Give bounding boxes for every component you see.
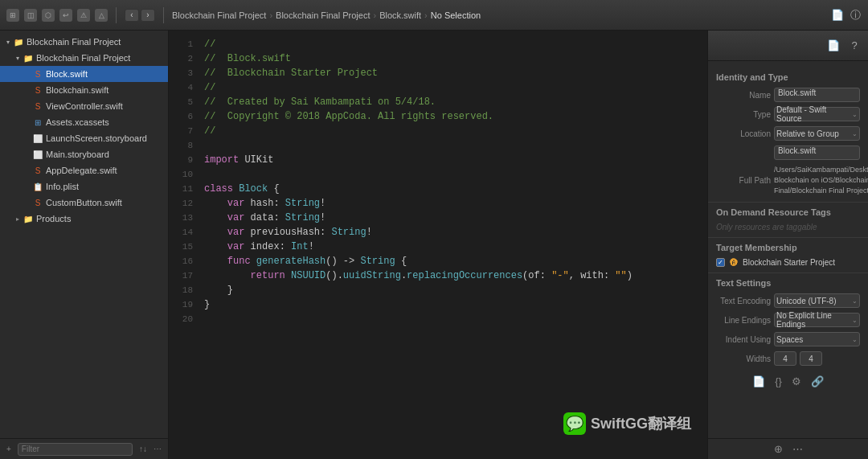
toolbar-sep-2: [163, 7, 164, 23]
toolbar-btn-5[interactable]: ⚠: [77, 9, 90, 22]
swift-file-icon-vc: S: [32, 100, 43, 112]
inspector-bottom-more-icon[interactable]: ⋯: [792, 443, 803, 455]
inspector-indent-select[interactable]: Spaces ⌄: [774, 332, 860, 346]
toolbar-btn-1[interactable]: ⊞: [6, 9, 19, 22]
toolbar-btn-6[interactable]: △: [95, 9, 108, 22]
expand-arrow-root: ▾: [3, 37, 13, 47]
filter-input[interactable]: [18, 443, 133, 456]
inspector-location-sub-field[interactable]: Block.swift: [774, 145, 860, 160]
inspector-name-label: Name: [716, 91, 771, 100]
expand-arrow-main-sb: [23, 150, 32, 159]
inspector-action-icons: 📄 {} ⚙ 🔗: [708, 373, 868, 390]
tree-item-launch[interactable]: ⬜ LaunchScreen.storyboard: [0, 130, 168, 146]
tree-label-main-sb: Main.storyboard: [46, 150, 109, 159]
expand-arrow-appdelegate: [23, 166, 32, 175]
target-checkbox[interactable]: [716, 258, 725, 267]
file-icon[interactable]: 📄: [831, 9, 844, 22]
tree-item-viewcontroller[interactable]: S ViewController.swift: [0, 98, 168, 114]
toolbar-btn-2[interactable]: ◫: [24, 9, 37, 22]
code-line-5: // Created by Sai Kambampati on 5/4/18.: [204, 95, 707, 109]
expand-arrow-assets: [23, 117, 32, 127]
inspector-name-field[interactable]: Block.swift: [774, 88, 860, 102]
tree-item-custombutton[interactable]: S CustomButton.swift: [0, 195, 168, 211]
tree-item-appdelegate[interactable]: S AppDelegate.swift: [0, 162, 168, 178]
tree-label-products: Products: [36, 214, 71, 223]
inspector-action-settings-icon[interactable]: ⚙: [792, 375, 801, 387]
sidebar-add-button[interactable]: +: [6, 445, 11, 453]
swift-file-icon-blockchain: S: [32, 84, 43, 96]
inspector-location-sub-row: Block.swift: [708, 143, 868, 162]
width-field-2[interactable]: 4: [800, 351, 822, 366]
inspector-location-select[interactable]: Relative to Group ⌄: [774, 126, 860, 141]
tree-item-assets[interactable]: ⊞ Assets.xcassets: [0, 114, 168, 130]
inspector-action-file-icon[interactable]: 📄: [752, 375, 765, 387]
inspector-bottom-add-icon[interactable]: ⊕: [774, 443, 783, 455]
code-line-20: [204, 312, 707, 326]
tree-item-root[interactable]: ▾ 📁 Blockchain Final Project: [0, 34, 168, 50]
file-inspector: 📄 ? Identity and Type Name Block.swift T…: [707, 31, 868, 459]
inspector-action-link-icon[interactable]: 🔗: [811, 375, 824, 387]
breadcrumb-part-1[interactable]: Blockchain Final Project: [172, 10, 266, 20]
tree-item-block-swift[interactable]: S Block.swift: [0, 66, 168, 82]
tree-label-root: Blockchain Final Project: [27, 37, 121, 47]
expand-arrow-plist: [23, 182, 32, 191]
tree-label-assets: Assets.xcassets: [46, 117, 109, 127]
breadcrumb-sep-1: ›: [269, 10, 272, 20]
section-header-text: Text Settings: [708, 273, 868, 291]
code-content[interactable]: 12345 678910 1112131415 1617181920 // //…: [169, 31, 707, 459]
section-header-identity: Identity and Type: [708, 68, 868, 85]
inspector-encoding-select[interactable]: Unicode (UTF-8) ⌄: [774, 293, 860, 308]
tree-item-infoplist[interactable]: 📋 Info.plist: [0, 178, 168, 195]
breadcrumb-part-3[interactable]: Block.swift: [379, 10, 421, 20]
inspector-lineending-row: Line Endings No Explicit Line Endings ⌄: [708, 310, 868, 330]
inspector-help-icon[interactable]: ?: [847, 39, 862, 53]
inspector-widths-row: Widths 4 4: [708, 349, 868, 368]
expand-arrow-custombutton: [23, 198, 32, 207]
breadcrumb-part-2[interactable]: Blockchain Final Project: [276, 10, 370, 20]
expand-arrow-launch: [23, 133, 32, 143]
width-fields: 4 4: [774, 351, 860, 366]
width-field-1[interactable]: 4: [774, 351, 796, 366]
target-app-icon: 🅐: [730, 258, 738, 267]
code-line-8: [204, 138, 707, 153]
code-line-2: // Block.swift: [204, 51, 707, 66]
toolbar-btn-3[interactable]: ⬡: [42, 9, 55, 22]
code-line-12: var hash: String!: [204, 196, 707, 211]
toolbar-btn-4[interactable]: ↩: [59, 9, 72, 22]
inspector-name-row: Name Block.swift: [708, 85, 868, 105]
inspector-file-icon[interactable]: 📄: [826, 39, 841, 53]
inspector-action-code-icon[interactable]: {}: [775, 375, 782, 387]
sidebar-sort-button[interactable]: ↑↓: [139, 445, 147, 453]
assets-icon: ⊞: [32, 117, 43, 128]
tree-label-vc: ViewController.swift: [46, 101, 123, 111]
tree-item-project[interactable]: ▾ 📁 Blockchain Final Project: [0, 50, 168, 66]
code-text[interactable]: // // Block.swift // Blockchain Starter …: [198, 31, 707, 459]
code-line-7: //: [204, 124, 707, 138]
tree-label-project: Blockchain Final Project: [36, 53, 130, 63]
breadcrumb-sep-3: ›: [424, 10, 428, 20]
tree-item-main-storyboard[interactable]: ⬜ Main.storyboard: [0, 146, 168, 162]
tree-item-products[interactable]: ▸ 📁 Products: [0, 211, 168, 227]
info-icon[interactable]: ⓘ: [849, 9, 862, 22]
storyboard-icon-main: ⬜: [32, 149, 43, 160]
inspector-lineending-label: Line Endings: [716, 316, 771, 325]
nav-forward-button[interactable]: ›: [141, 9, 155, 22]
inspector-encoding-row: Text Encoding Unicode (UTF-8) ⌄: [708, 291, 868, 310]
location-chevron-icon: ⌄: [852, 130, 858, 137]
inspector-bottom-bar: ⊕ ⋯: [708, 438, 868, 459]
breadcrumb: Blockchain Final Project › Blockchain Fi…: [172, 10, 826, 20]
inspector-type-row: Type Default - Swift Source ⌄: [708, 105, 868, 124]
section-header-ondemand: On Demand Resource Tags: [708, 202, 868, 220]
code-editor: 12345 678910 1112131415 1617181920 // //…: [169, 31, 707, 459]
tree-item-blockchain-swift[interactable]: S Blockchain.swift: [0, 82, 168, 98]
code-line-17: return NSUUID().uuidString.replacingOccu…: [204, 268, 707, 283]
sidebar-more-button[interactable]: ⋯: [154, 445, 162, 453]
indent-chevron-icon: ⌄: [852, 336, 858, 343]
inspector-type-select[interactable]: Default - Swift Source ⌄: [774, 107, 860, 121]
folder-icon-root: 📁: [13, 36, 24, 47]
inspector-type-label: Type: [716, 110, 771, 119]
inspector-lineending-select[interactable]: No Explicit Line Endings ⌄: [774, 313, 860, 327]
tree-label-blockchain: Blockchain.swift: [46, 85, 108, 95]
nav-back-button[interactable]: ‹: [125, 9, 139, 22]
expand-arrow-blockchain: [23, 85, 32, 95]
